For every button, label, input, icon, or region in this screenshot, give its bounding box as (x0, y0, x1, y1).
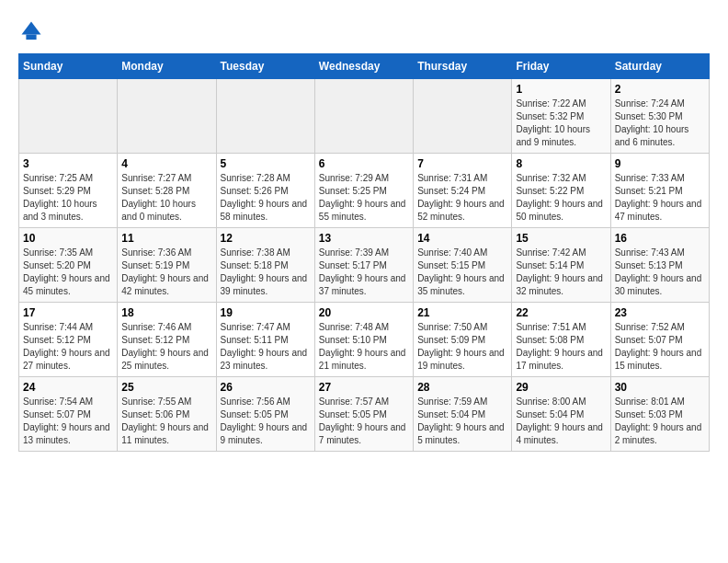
day-info: Sunrise: 7:43 AM Sunset: 5:13 PM Dayligh… (615, 247, 705, 298)
day-info: Sunrise: 7:56 AM Sunset: 5:05 PM Dayligh… (221, 396, 311, 447)
calendar-cell (118, 79, 216, 154)
day-number: 6 (319, 157, 409, 170)
day-number: 26 (221, 381, 311, 394)
day-number: 24 (23, 381, 113, 394)
day-info: Sunrise: 7:24 AM Sunset: 5:30 PM Dayligh… (615, 98, 705, 149)
svg-marker-0 (22, 22, 41, 35)
calendar-cell: 25Sunrise: 7:55 AM Sunset: 5:06 PM Dayli… (118, 377, 216, 452)
calendar-cell: 26Sunrise: 7:56 AM Sunset: 5:05 PM Dayli… (216, 377, 314, 452)
day-info: Sunrise: 7:42 AM Sunset: 5:14 PM Dayligh… (516, 247, 606, 298)
calendar-cell: 20Sunrise: 7:48 AM Sunset: 5:10 PM Dayli… (314, 303, 413, 377)
calendar-cell: 1Sunrise: 7:22 AM Sunset: 5:32 PM Daylig… (512, 79, 610, 154)
calendar-cell: 29Sunrise: 8:00 AM Sunset: 5:04 PM Dayli… (512, 377, 610, 452)
day-number: 25 (121, 381, 211, 394)
weekday-header: Friday (512, 54, 610, 79)
calendar-cell: 8Sunrise: 7:32 AM Sunset: 5:22 PM Daylig… (512, 154, 610, 228)
calendar-cell: 4Sunrise: 7:27 AM Sunset: 5:28 PM Daylig… (118, 154, 216, 228)
day-number: 1 (516, 83, 606, 96)
day-number: 12 (221, 232, 311, 245)
day-info: Sunrise: 7:44 AM Sunset: 5:12 PM Dayligh… (23, 321, 113, 373)
day-number: 22 (516, 306, 606, 319)
calendar-week-row: 3Sunrise: 7:25 AM Sunset: 5:29 PM Daylig… (19, 154, 710, 228)
calendar-cell: 6Sunrise: 7:29 AM Sunset: 5:25 PM Daylig… (314, 154, 413, 228)
day-number: 29 (516, 381, 606, 394)
day-info: Sunrise: 7:33 AM Sunset: 5:21 PM Dayligh… (615, 172, 705, 224)
calendar-cell: 16Sunrise: 7:43 AM Sunset: 5:13 PM Dayli… (610, 228, 709, 303)
day-info: Sunrise: 7:31 AM Sunset: 5:24 PM Dayligh… (417, 172, 507, 224)
day-number: 16 (615, 232, 705, 245)
day-info: Sunrise: 7:36 AM Sunset: 5:19 PM Dayligh… (121, 247, 211, 298)
day-info: Sunrise: 7:22 AM Sunset: 5:32 PM Dayligh… (516, 98, 606, 149)
day-info: Sunrise: 7:48 AM Sunset: 5:10 PM Dayligh… (319, 321, 409, 373)
calendar-week-row: 1Sunrise: 7:22 AM Sunset: 5:32 PM Daylig… (19, 79, 710, 154)
day-info: Sunrise: 8:01 AM Sunset: 5:03 PM Dayligh… (615, 396, 705, 447)
calendar-week-row: 17Sunrise: 7:44 AM Sunset: 5:12 PM Dayli… (19, 303, 710, 377)
calendar-cell: 15Sunrise: 7:42 AM Sunset: 5:14 PM Dayli… (512, 228, 610, 303)
day-number: 18 (121, 306, 211, 319)
weekday-header: Monday (118, 54, 216, 79)
day-info: Sunrise: 7:29 AM Sunset: 5:25 PM Dayligh… (319, 172, 409, 224)
day-info: Sunrise: 7:27 AM Sunset: 5:28 PM Dayligh… (121, 172, 211, 224)
day-info: Sunrise: 7:38 AM Sunset: 5:18 PM Dayligh… (221, 247, 311, 298)
calendar-cell: 23Sunrise: 7:52 AM Sunset: 5:07 PM Dayli… (610, 303, 709, 377)
calendar-cell: 14Sunrise: 7:40 AM Sunset: 5:15 PM Dayli… (414, 228, 512, 303)
calendar-cell: 10Sunrise: 7:35 AM Sunset: 5:20 PM Dayli… (19, 228, 118, 303)
svg-rect-1 (26, 35, 36, 40)
day-number: 15 (516, 232, 606, 245)
weekday-row: SundayMondayTuesdayWednesdayThursdayFrid… (19, 54, 710, 79)
logo-icon (18, 18, 44, 44)
calendar-cell (314, 79, 413, 154)
day-number: 2 (615, 83, 705, 96)
calendar-header: SundayMondayTuesdayWednesdayThursdayFrid… (19, 54, 710, 79)
weekday-header: Tuesday (216, 54, 314, 79)
calendar-cell: 5Sunrise: 7:28 AM Sunset: 5:26 PM Daylig… (216, 154, 314, 228)
day-info: Sunrise: 7:39 AM Sunset: 5:17 PM Dayligh… (319, 247, 409, 298)
calendar-cell: 30Sunrise: 8:01 AM Sunset: 5:03 PM Dayli… (610, 377, 709, 452)
calendar-cell (19, 79, 118, 154)
calendar-cell: 27Sunrise: 7:57 AM Sunset: 5:05 PM Dayli… (314, 377, 413, 452)
calendar-cell: 3Sunrise: 7:25 AM Sunset: 5:29 PM Daylig… (19, 154, 118, 228)
calendar-cell: 12Sunrise: 7:38 AM Sunset: 5:18 PM Dayli… (216, 228, 314, 303)
day-number: 14 (417, 232, 507, 245)
day-number: 21 (417, 306, 507, 319)
day-info: Sunrise: 7:35 AM Sunset: 5:20 PM Dayligh… (23, 247, 113, 298)
weekday-header: Sunday (19, 54, 118, 79)
day-info: Sunrise: 7:40 AM Sunset: 5:15 PM Dayligh… (417, 247, 507, 298)
day-number: 5 (221, 157, 311, 170)
day-number: 8 (516, 157, 606, 170)
day-info: Sunrise: 7:51 AM Sunset: 5:08 PM Dayligh… (516, 321, 606, 373)
day-number: 17 (23, 306, 113, 319)
day-info: Sunrise: 7:54 AM Sunset: 5:07 PM Dayligh… (23, 396, 113, 447)
day-number: 30 (615, 381, 705, 394)
day-number: 10 (23, 232, 113, 245)
day-info: Sunrise: 7:25 AM Sunset: 5:29 PM Dayligh… (23, 172, 113, 224)
calendar-cell: 2Sunrise: 7:24 AM Sunset: 5:30 PM Daylig… (610, 79, 709, 154)
weekday-header: Wednesday (314, 54, 413, 79)
day-number: 4 (121, 157, 211, 170)
logo (18, 18, 48, 44)
calendar-cell: 17Sunrise: 7:44 AM Sunset: 5:12 PM Dayli… (19, 303, 118, 377)
day-number: 13 (319, 232, 409, 245)
day-info: Sunrise: 8:00 AM Sunset: 5:04 PM Dayligh… (516, 396, 606, 447)
weekday-header: Thursday (414, 54, 512, 79)
calendar-week-row: 10Sunrise: 7:35 AM Sunset: 5:20 PM Dayli… (19, 228, 710, 303)
day-number: 3 (23, 157, 113, 170)
calendar-week-row: 24Sunrise: 7:54 AM Sunset: 5:07 PM Dayli… (19, 377, 710, 452)
calendar-cell: 28Sunrise: 7:59 AM Sunset: 5:04 PM Dayli… (414, 377, 512, 452)
day-info: Sunrise: 7:52 AM Sunset: 5:07 PM Dayligh… (615, 321, 705, 373)
day-info: Sunrise: 7:59 AM Sunset: 5:04 PM Dayligh… (417, 396, 507, 447)
day-info: Sunrise: 7:55 AM Sunset: 5:06 PM Dayligh… (121, 396, 211, 447)
day-info: Sunrise: 7:57 AM Sunset: 5:05 PM Dayligh… (319, 396, 409, 447)
calendar-cell: 9Sunrise: 7:33 AM Sunset: 5:21 PM Daylig… (610, 154, 709, 228)
calendar-cell: 7Sunrise: 7:31 AM Sunset: 5:24 PM Daylig… (414, 154, 512, 228)
day-info: Sunrise: 7:32 AM Sunset: 5:22 PM Dayligh… (516, 172, 606, 224)
day-number: 7 (417, 157, 507, 170)
day-number: 19 (221, 306, 311, 319)
day-number: 28 (417, 381, 507, 394)
calendar-cell: 18Sunrise: 7:46 AM Sunset: 5:12 PM Dayli… (118, 303, 216, 377)
calendar-cell: 22Sunrise: 7:51 AM Sunset: 5:08 PM Dayli… (512, 303, 610, 377)
day-number: 9 (615, 157, 705, 170)
calendar-cell: 19Sunrise: 7:47 AM Sunset: 5:11 PM Dayli… (216, 303, 314, 377)
day-info: Sunrise: 7:46 AM Sunset: 5:12 PM Dayligh… (121, 321, 211, 373)
calendar-cell (216, 79, 314, 154)
